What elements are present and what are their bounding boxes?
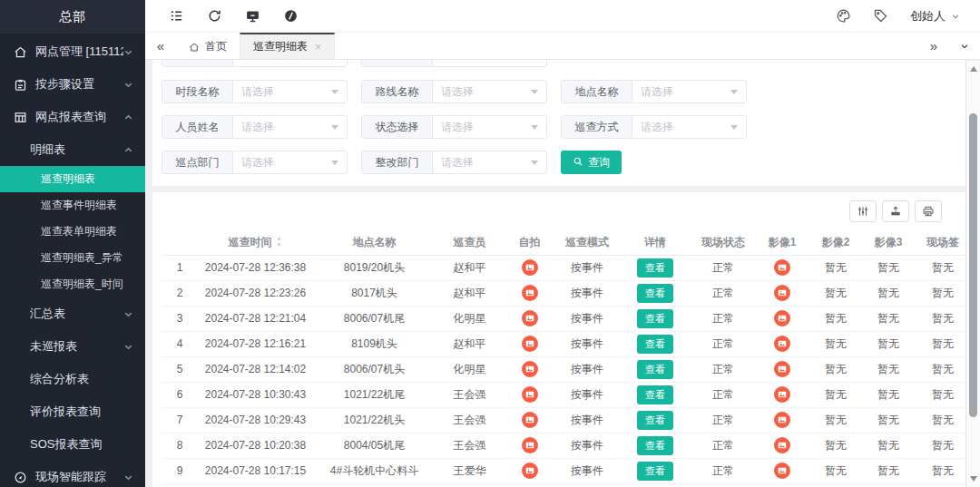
photo-thumbnail-icon[interactable] (774, 412, 790, 428)
cell-mode: 按事件 (555, 255, 619, 280)
view-detail-button[interactable]: 查看 (637, 462, 673, 481)
filter-label: 巡查方式 (562, 116, 632, 138)
view-detail-button[interactable]: 查看 (637, 436, 673, 455)
sidebar-item-xianchang-genzong[interactable]: 现场智能跟踪 (0, 461, 145, 487)
photo-thumbnail-icon[interactable] (774, 336, 790, 352)
filter-row-clipped (162, 60, 956, 68)
view-detail-button[interactable]: 查看 (637, 411, 673, 430)
sidebar-item-xuncha-shijian-mx[interactable]: 巡查事件明细表 (0, 192, 145, 219)
filter-select[interactable]: 请选择 (433, 81, 546, 102)
filter-select[interactable]: 请选择 (233, 116, 347, 138)
list-icon[interactable] (169, 8, 184, 24)
scroll-up-arrow[interactable] (970, 66, 977, 72)
cell-location: 1021/22机尾 (313, 382, 436, 407)
filter-row: 时段名称请选择路线名称请选择地点名称请选择 (162, 80, 956, 103)
sidebar-item-weixun-baobiao[interactable]: 未巡报表 (0, 330, 145, 363)
column-settings-button[interactable] (849, 200, 877, 222)
photo-thumbnail-icon[interactable] (522, 310, 538, 326)
tabs-collapse-button[interactable]: « (145, 33, 176, 59)
filter-select[interactable]: 请选择 (233, 81, 347, 102)
cell-location: 8019/20机头 (313, 255, 436, 280)
table-row: 22024-07-28 12:23:268017机头赵和平按事件查看正常暂无暂无… (162, 280, 965, 306)
cell-img1 (755, 331, 809, 356)
photo-thumbnail-icon[interactable] (774, 310, 790, 326)
scroll-down-arrow[interactable] (970, 476, 977, 482)
view-detail-button[interactable]: 查看 (637, 309, 673, 328)
photo-thumbnail-icon[interactable] (522, 361, 538, 377)
sidebar-item-xuncha-biaodan-mx[interactable]: 巡查表单明细表 (0, 219, 145, 245)
photo-thumbnail-icon[interactable] (522, 336, 538, 352)
user-name: 创始人 (910, 8, 946, 24)
tabs-expand-button[interactable]: » (918, 33, 949, 59)
cell-selfie (504, 483, 555, 487)
sidebar-item-label: 巡查表单明细表 (41, 224, 145, 239)
sidebar-item-xuncha-yichang[interactable]: 巡查明细表_异常 (0, 245, 145, 271)
sidebar-item-wangdian-baobiao[interactable]: 网点报表查询 (0, 101, 145, 133)
org-title: 总部 (0, 0, 145, 34)
view-detail-button[interactable]: 查看 (637, 360, 673, 379)
cell-index: 10 (162, 483, 198, 487)
tab-home[interactable]: 首页 (176, 33, 240, 59)
scrollbar-thumb[interactable] (969, 113, 977, 417)
sidebar-item-huizongbiao[interactable]: 汇总表 (0, 297, 145, 330)
sidebar-item-xuncha-mingxibiao[interactable]: 巡查明细表 (0, 166, 145, 192)
photo-thumbnail-icon[interactable] (522, 259, 538, 276)
sidebar-item-anbuzhou-shezhi[interactable]: 按步骤设置 (0, 68, 145, 101)
filter-select[interactable]: 请选择 (632, 81, 746, 102)
cell-img3: 暂无 (862, 356, 915, 382)
tag-icon[interactable] (873, 8, 888, 24)
close-icon[interactable]: × (315, 41, 321, 54)
view-detail-button[interactable]: 查看 (637, 335, 673, 354)
export-button[interactable] (882, 200, 909, 222)
tab-xuncha-mingxibiao[interactable]: 巡查明细表× (240, 33, 335, 59)
report-table: 巡查时间地点名称巡查员自拍巡查模式详情现场状态影像1影像2影像3现场签 1202… (162, 230, 965, 487)
filter-select[interactable]: 请选择 (632, 116, 746, 138)
cell-inspector: 王会强 (436, 433, 504, 458)
sidebar-item-zonghe-fenxibiao[interactable]: 综合分析表 (0, 363, 145, 395)
theme-icon[interactable] (283, 8, 299, 24)
cell-selfie (504, 331, 555, 356)
photo-thumbnail-icon[interactable] (774, 437, 790, 453)
cell-status: 正常 (691, 433, 755, 458)
photo-thumbnail-icon[interactable] (522, 463, 538, 479)
photo-thumbnail-icon[interactable] (774, 386, 790, 403)
sidebar-item-xuncha-shijian[interactable]: 巡查明细表_时间 (0, 271, 145, 297)
print-button[interactable] (915, 200, 942, 222)
filter-group: 巡查方式请选择 (561, 115, 747, 139)
view-detail-button[interactable]: 查看 (637, 258, 673, 278)
sidebar-item-pingjia-baobiao[interactable]: 评价报表查询 (0, 395, 145, 428)
photo-thumbnail-icon[interactable] (522, 386, 538, 403)
sidebar-item-wangdian-guanli[interactable]: 网点管理 [1151120] (0, 35, 145, 68)
filter-select[interactable]: 请选择 (233, 151, 347, 173)
tabs-dropdown-button[interactable] (949, 33, 980, 59)
photo-thumbnail-icon[interactable] (522, 285, 538, 301)
photo-thumbnail-icon[interactable] (522, 437, 538, 453)
search-button[interactable]: 查询 (561, 151, 622, 174)
filter-select[interactable]: 请选择 (433, 151, 546, 173)
photo-thumbnail-icon[interactable] (774, 285, 790, 301)
user-menu[interactable]: 创始人 (910, 8, 960, 24)
vertical-scrollbar[interactable] (965, 61, 980, 487)
chevron-down-icon (730, 125, 738, 130)
cell-img2: 暂无 (809, 433, 862, 458)
cell-selfie (504, 356, 555, 382)
cell-selfie (504, 280, 555, 306)
photo-thumbnail-icon[interactable] (774, 259, 790, 276)
photo-thumbnail-icon[interactable] (774, 361, 790, 377)
cell-time: 2024-07-28 10:20:38 (198, 433, 313, 458)
cell-inspector: 王会强 (436, 483, 504, 487)
sidebar-item-mingxibiao[interactable]: 明细表 (0, 133, 145, 166)
view-detail-button[interactable]: 查看 (637, 385, 673, 404)
palette-icon[interactable] (836, 8, 851, 24)
filter-select[interactable]: 请选择 (433, 116, 546, 138)
column-header-label: 巡查员 (454, 236, 486, 248)
column-header-label: 巡查时间 (229, 236, 272, 248)
sidebar-item-sos-baobiao[interactable]: SOS报表查询 (0, 428, 145, 461)
photo-thumbnail-icon[interactable] (774, 463, 790, 479)
view-detail-button[interactable]: 查看 (637, 284, 673, 303)
cell-location: 8004/05机头 (313, 483, 436, 487)
screen-icon[interactable] (245, 8, 260, 24)
photo-thumbnail-icon[interactable] (522, 412, 538, 428)
refresh-icon[interactable] (207, 8, 222, 24)
sort-icon[interactable] (275, 236, 283, 248)
